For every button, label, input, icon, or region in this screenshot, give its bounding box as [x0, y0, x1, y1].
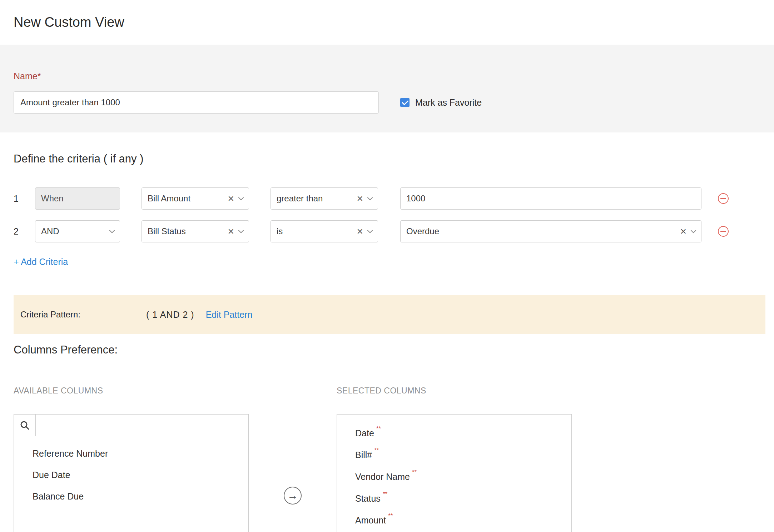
criteria-connector-select[interactable]: AND [35, 220, 120, 242]
columns-preference-heading: Columns Preference: [14, 343, 774, 356]
clear-icon[interactable]: × [680, 226, 686, 237]
remove-criteria-button[interactable] [718, 226, 729, 237]
chevron-down-icon [367, 195, 373, 200]
criteria-pattern-value: ( 1 AND 2 ) [146, 310, 194, 320]
move-right-button[interactable]: → [284, 487, 302, 505]
chevron-down-icon [238, 227, 244, 233]
clear-icon[interactable]: × [228, 193, 234, 204]
list-item[interactable]: Reference Number [14, 443, 248, 464]
select-icons: × [228, 193, 243, 204]
favorite-label: Mark as Favorite [415, 97, 482, 108]
criteria-field-select[interactable]: Bill Amount × [142, 187, 249, 210]
search-icon [20, 421, 29, 430]
name-section: Name* Mark as Favorite [0, 45, 774, 132]
criteria-connector-when: When [35, 187, 120, 210]
criteria-field-select[interactable]: Bill Status × [142, 220, 249, 242]
clear-icon[interactable]: × [228, 226, 234, 237]
list-item[interactable]: Status ** [337, 488, 571, 510]
list-item[interactable]: Balance Due [14, 486, 248, 507]
criteria-value-input[interactable] [400, 187, 701, 210]
criteria-connector-value: AND [41, 226, 59, 236]
columns-spacer [249, 386, 337, 396]
select-icons [110, 231, 114, 232]
page-title: New Custom View [14, 15, 124, 30]
criteria-value-select[interactable]: Overdue × [400, 220, 701, 242]
available-columns-panel: Reference Number Due Date Balance Due [14, 414, 249, 532]
select-icons: × [357, 226, 372, 237]
add-criteria-link[interactable]: + Add Criteria [14, 257, 68, 267]
list-item[interactable]: Amount ** [337, 510, 571, 532]
clear-icon[interactable]: × [357, 193, 363, 204]
criteria-comparator-select[interactable]: greater than × [271, 187, 378, 210]
select-icons: × [228, 226, 243, 237]
selected-column-label: Amount [355, 515, 386, 526]
chevron-down-icon [109, 227, 115, 233]
required-mark: ** [383, 491, 387, 498]
search-icon-cell[interactable] [14, 414, 36, 436]
chevron-down-icon [367, 227, 373, 233]
column-search-input[interactable] [36, 414, 249, 436]
criteria-row-number: 2 [14, 226, 35, 237]
clear-icon[interactable]: × [357, 226, 363, 237]
view-name-input[interactable] [14, 91, 379, 114]
criteria-field-value: Bill Amount [148, 194, 190, 204]
selected-columns-panel: Date ** Bill# ** Vendor Name ** Status *… [337, 414, 572, 532]
selected-column-label: Vendor Name [355, 472, 410, 482]
selected-column-label: Date [355, 428, 374, 438]
new-custom-view-page: New Custom View Name* Mark as Favorite D… [0, 0, 774, 532]
criteria-row-2: 2 AND Bill Status × is × [14, 220, 774, 242]
selected-column-label: Status [355, 493, 381, 504]
select-icons: × [357, 193, 372, 204]
criteria-comparator-value: greater than [277, 194, 323, 204]
criteria-comparator-select[interactable]: is × [271, 220, 378, 242]
required-mark: ** [412, 469, 417, 476]
name-label: Name* [14, 71, 774, 81]
favorite-checkbox[interactable] [400, 98, 410, 107]
criteria-section: Define the criteria ( if any ) 1 When Bi… [0, 132, 774, 267]
columns-boxes-row: Reference Number Due Date Balance Due → … [14, 414, 774, 532]
available-columns-title: AVAILABLE COLUMNS [14, 386, 249, 396]
selected-columns-list: Date ** Bill# ** Vendor Name ** Status *… [337, 414, 572, 532]
criteria-row-1: 1 When Bill Amount × greater than × [14, 187, 774, 210]
criteria-value: Overdue [406, 226, 439, 236]
remove-criteria-button[interactable] [718, 193, 729, 204]
list-item[interactable]: Bill# ** [337, 445, 571, 467]
criteria-pattern-band: Criteria Pattern: ( 1 AND 2 ) Edit Patte… [14, 295, 765, 334]
required-mark: ** [388, 512, 393, 520]
list-item[interactable]: Vendor Name ** [337, 467, 571, 488]
list-item[interactable]: Due Date [14, 464, 248, 486]
available-columns-list: Reference Number Due Date Balance Due [14, 436, 249, 532]
criteria-comparator-value: is [277, 226, 283, 236]
required-mark: ** [374, 447, 379, 454]
arrow-right-icon: → [287, 490, 298, 501]
name-row: Mark as Favorite [14, 91, 774, 114]
column-list-headers: AVAILABLE COLUMNS SELECTED COLUMNS [14, 386, 774, 396]
criteria-row-number: 1 [14, 194, 35, 204]
criteria-heading: Define the criteria ( if any ) [14, 152, 774, 165]
page-header: New Custom View [0, 0, 774, 45]
select-icons: × [680, 226, 695, 237]
edit-pattern-link[interactable]: Edit Pattern [206, 310, 253, 320]
criteria-pattern-label: Criteria Pattern: [20, 310, 146, 320]
chevron-down-icon [691, 227, 696, 233]
transfer-controls: → [249, 414, 337, 505]
chevron-down-icon [238, 195, 244, 200]
required-mark: ** [376, 425, 381, 432]
selected-column-label: Bill# [355, 450, 372, 460]
column-search-row [14, 414, 249, 436]
list-item[interactable]: Date ** [337, 423, 571, 445]
selected-columns-title: SELECTED COLUMNS [337, 386, 426, 396]
columns-area: AVAILABLE COLUMNS SELECTED COLUMNS Refer… [0, 386, 774, 532]
criteria-field-value: Bill Status [148, 226, 186, 236]
mark-as-favorite-toggle[interactable]: Mark as Favorite [400, 97, 482, 108]
